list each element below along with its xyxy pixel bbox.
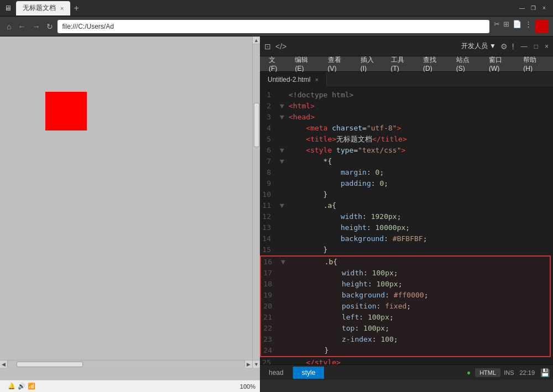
code-line-13: 13 height: 10000px;: [260, 222, 553, 233]
menu-file[interactable]: 文(F): [263, 54, 288, 74]
network-icon[interactable]: 📶: [28, 383, 35, 390]
tab-head[interactable]: head: [260, 367, 293, 379]
red-box-element: [45, 92, 87, 130]
title-bar: 🖥 无标题文档 × + — ❐ ×: [0, 0, 553, 17]
editor-bottom-tabs: head style ● HTML INS 22:19 💾: [260, 364, 553, 380]
menu-insert[interactable]: 插入(I): [355, 54, 384, 74]
horizontal-scrollbar[interactable]: ◀ ▶: [0, 360, 252, 368]
address-bar: ⌂ ← → ↻ ✂ ⊞ 📄 ⋮: [0, 17, 553, 36]
code-line-24: 24 }: [261, 345, 550, 356]
code-line-5: 5 <title>无标题文档</title>: [260, 134, 553, 145]
save-icon[interactable]: 💾: [540, 368, 550, 377]
scroll-right-button[interactable]: ▶: [244, 360, 252, 368]
zoom-level[interactable]: 100%: [240, 383, 255, 390]
code-line-4: 4 <meta charset="utf-8">: [260, 123, 553, 134]
scroll-down-button[interactable]: ▼: [253, 360, 260, 368]
menu-bar: 文(F) 编辑(E) 查看(V) 插入(I) 工具(T) 查找(D) 站点(S)…: [260, 56, 553, 72]
dreamweaver-icon: [535, 20, 549, 33]
code-line-3: 3 ▼ <head>: [260, 112, 553, 123]
scroll-thumb-v[interactable]: [254, 103, 259, 147]
gear-icon[interactable]: ⚙: [500, 42, 508, 51]
new-tab-button[interactable]: +: [74, 3, 79, 13]
back-nav-button[interactable]: ←: [15, 21, 28, 32]
browser-tab[interactable]: 无标题文档 ×: [16, 1, 70, 15]
code-line-19: 19 background: #ff0000;: [261, 290, 550, 301]
menu-tools[interactable]: 工具(T): [385, 54, 417, 74]
scroll-left-button[interactable]: ◀: [0, 360, 8, 368]
notification-icon[interactable]: 🔔: [8, 383, 15, 390]
refresh-button[interactable]: ↻: [44, 21, 55, 32]
browser-toolbar-icons: ✂ ⊞ 📄 ⋮: [494, 20, 549, 33]
editor-pane: ⊡ </> 开发人员 ▼ ⚙ ! — □ × 文(F) 编辑(E) 查看(V) …: [260, 36, 553, 380]
code-line-7: 7 ▼ *{: [260, 156, 553, 167]
html-label[interactable]: HTML: [475, 368, 500, 377]
code-line-25: 25 </style>: [260, 357, 553, 364]
menu-site[interactable]: 站点(S): [451, 54, 482, 74]
code-line-16: 16 ▼ .b{: [261, 257, 550, 268]
editor-minimize-button[interactable]: —: [521, 43, 528, 50]
browser-tab-close[interactable]: ×: [60, 5, 64, 12]
code-line-18: 18 height: 100px;: [261, 279, 550, 290]
layout-icon[interactable]: ⊡: [264, 42, 271, 51]
code-line-20: 20 position: fixed;: [261, 301, 550, 312]
bottom-bar: 🔔 🔊 📶 100%: [0, 380, 553, 392]
editor-tab-bar: Untitled-2.html ×: [260, 72, 553, 87]
browser-pane: ▲ ▼ ◀ ▶: [0, 36, 260, 380]
menu-view[interactable]: 查看(V): [322, 54, 354, 74]
cursor-position: 22:19: [519, 369, 535, 376]
back-button[interactable]: ⌂: [4, 21, 13, 32]
dev-tools-button[interactable]: 开发人员 ▼: [461, 41, 496, 51]
code-line-22: 22 top: 100px;: [261, 323, 550, 334]
editor-file-tab[interactable]: Untitled-2.html ×: [260, 72, 327, 87]
scissors-icon[interactable]: ✂: [494, 20, 500, 33]
editor-close-button[interactable]: ×: [545, 43, 549, 50]
grid-icon[interactable]: ⊞: [503, 20, 509, 33]
code-line-17: 17 width: 100px;: [261, 268, 550, 279]
status-green-dot: ●: [467, 369, 471, 377]
code-line-21: 21 left: 100px;: [261, 312, 550, 323]
code-line-9: 9 padding: 0;: [260, 178, 553, 189]
app-icon: 🖥: [4, 4, 12, 12]
highlighted-code-block: 16 ▼ .b{ 17 width: 100px; 18 height: 100…: [260, 255, 551, 357]
menu-help[interactable]: 帮助(H): [518, 54, 550, 74]
code-line-12: 12 width: 1920px;: [260, 211, 553, 222]
vertical-scrollbar[interactable]: ▲ ▼: [252, 36, 260, 368]
code-line-11: 11 ▼ .a{: [260, 200, 553, 211]
browser-tab-area: 无标题文档 × +: [16, 1, 518, 15]
code-line-14: 14 background: #BFBFBF;: [260, 233, 553, 244]
code-line-23: 23 z-index: 100;: [261, 334, 550, 345]
scroll-thumb-h[interactable]: [17, 362, 83, 367]
forward-nav-button[interactable]: →: [30, 21, 42, 32]
code-icon[interactable]: </>: [275, 42, 286, 51]
browser-tab-title: 无标题文档: [23, 3, 56, 13]
close-button[interactable]: ×: [540, 4, 549, 13]
menu-edit[interactable]: 编辑(E): [289, 54, 321, 74]
browser-status-bar: 🔔 🔊 📶 100%: [0, 380, 260, 392]
tab-style[interactable]: style: [293, 367, 325, 379]
menu-window[interactable]: 窗口(W): [483, 54, 517, 74]
editor-tab-filename: Untitled-2.html: [268, 76, 310, 83]
code-line-15: 15 }: [260, 244, 553, 255]
restore-button[interactable]: ❐: [529, 4, 538, 13]
editor-restore-button[interactable]: □: [534, 43, 538, 50]
volume-icon[interactable]: 🔊: [18, 383, 25, 390]
exclaim-icon[interactable]: !: [512, 42, 514, 51]
code-line-10: 10 }: [260, 189, 553, 200]
window-controls: — ❐ ×: [518, 4, 549, 13]
address-input[interactable]: [58, 20, 489, 33]
menu-find[interactable]: 查找(D): [418, 54, 450, 74]
main-area: ▲ ▼ ◀ ▶ ⊡ </> 开发人员 ▼ ⚙ ! — □ × 文(F) 编辑(E…: [0, 36, 553, 380]
code-line-2: 2 ▼ <html>: [260, 101, 553, 112]
code-line-6: 6 ▼ <style type="text/css">: [260, 145, 553, 156]
code-line-1: 1 <!doctype html>: [260, 90, 553, 101]
ins-label: INS: [504, 369, 514, 376]
code-area[interactable]: 1 <!doctype html> 2 ▼ <html> 3 ▼ <head> …: [260, 87, 553, 364]
minimize-button[interactable]: —: [518, 4, 526, 13]
pdf-icon[interactable]: 📄: [513, 20, 521, 33]
code-line-8: 8 margin: 0;: [260, 167, 553, 178]
scroll-up-button[interactable]: ▲: [253, 36, 260, 44]
editor-tab-close[interactable]: ×: [315, 76, 318, 83]
more-icon[interactable]: ⋮: [525, 20, 532, 33]
